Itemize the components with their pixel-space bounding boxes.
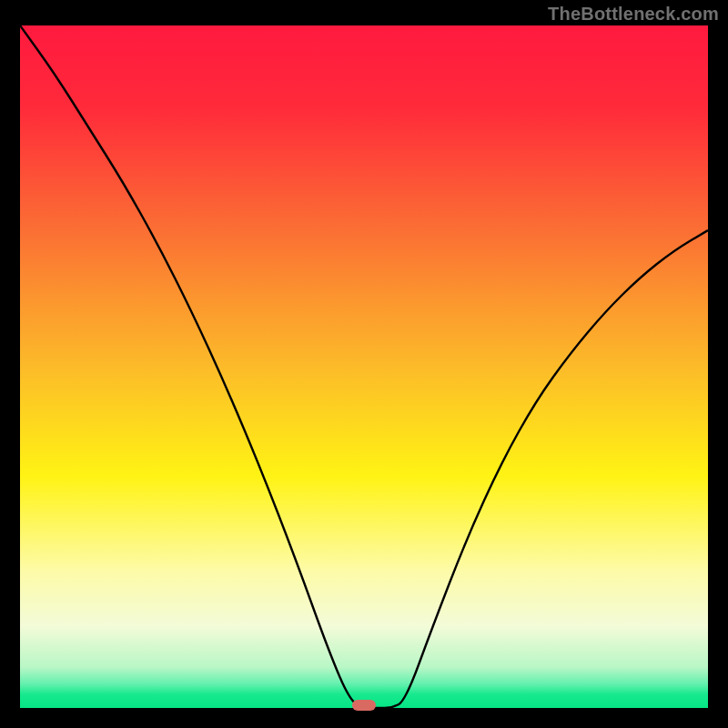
chart-container: TheBottleneck.com — [0, 0, 728, 728]
plot-area — [20, 25, 708, 708]
bottleneck-chart — [0, 0, 728, 728]
watermark-text: TheBottleneck.com — [548, 4, 719, 25]
optimal-marker — [352, 700, 376, 711]
